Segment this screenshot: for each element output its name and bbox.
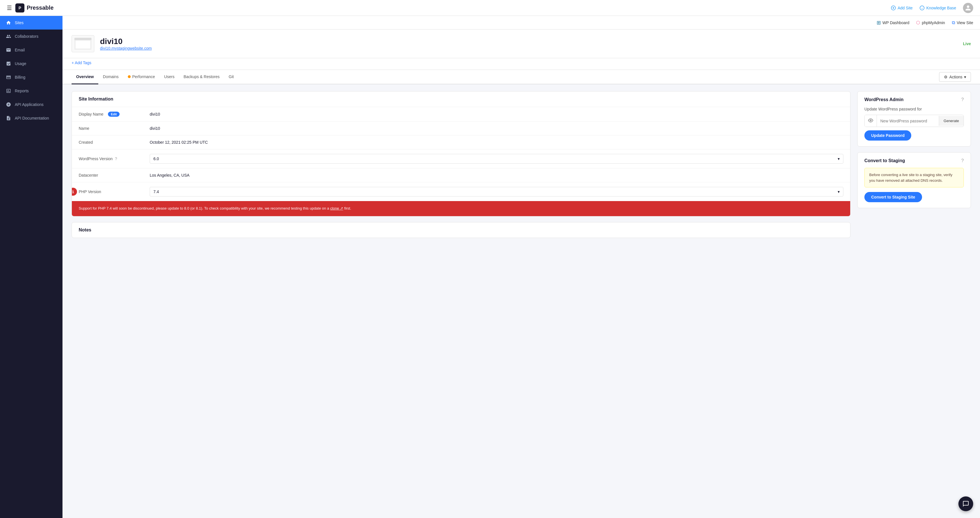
- site-info: divi10 divi10.mystagingwebsite.com: [100, 37, 957, 51]
- content-area: Site Information Display Name Edit divi1…: [62, 84, 980, 251]
- actions-button[interactable]: ⚙ Actions ▾: [939, 72, 971, 82]
- api-applications-icon: [6, 102, 11, 107]
- tags-bar: + Add Tags: [62, 58, 980, 70]
- password-toggle-button[interactable]: [865, 115, 877, 127]
- convert-staging-title: Convert to Staging: [864, 158, 905, 163]
- tab-users[interactable]: Users: [160, 70, 179, 84]
- gear-icon: ⚙: [944, 75, 948, 79]
- reports-icon: [6, 88, 11, 94]
- wordpress-admin-title: WordPress Admin: [864, 97, 904, 102]
- created-value: October 12, 2021 02:25 PM UTC: [143, 135, 850, 149]
- name-row: Name divi10: [72, 122, 850, 135]
- site-information-card: Site Information Display Name Edit divi1…: [72, 91, 851, 216]
- convert-staging-help-icon[interactable]: ?: [961, 158, 964, 163]
- edit-button[interactable]: Edit: [108, 111, 119, 117]
- wp-version-label: WordPress Version ?: [72, 149, 143, 168]
- sidebar-item-collaborators[interactable]: Collaborators: [0, 30, 62, 43]
- topbar-right: Add Site Knowledge Base: [891, 3, 973, 13]
- phpmyadmin-button[interactable]: ⬡ phpMyAdmin: [916, 20, 945, 25]
- php-version-label: PHP Version: [72, 182, 143, 201]
- wordpress-admin-card: WordPress Admin ? Update WordPress passw…: [857, 91, 971, 146]
- php-version-row: PHP Version 7.4 ▾: [72, 182, 850, 201]
- wp-version-value: 6.0 ▾: [143, 149, 850, 168]
- logo: P Pressable: [15, 3, 54, 13]
- site-information-title: Site Information: [72, 91, 850, 107]
- chevron-down-icon: ▾: [838, 189, 840, 194]
- wp-icon: ⊞: [877, 20, 881, 26]
- topbar-left: ☰ P Pressable: [7, 3, 54, 13]
- datacenter-value: Los Angeles, CA, USA: [143, 168, 850, 182]
- sidebar-item-email[interactable]: Email: [0, 43, 62, 57]
- site-status: Live: [963, 41, 971, 46]
- api-documentation-icon: [6, 115, 11, 121]
- add-tags-button[interactable]: + Add Tags: [72, 60, 971, 65]
- left-panel: Site Information Display Name Edit divi1…: [72, 91, 851, 244]
- convert-staging-header: Convert to Staging ?: [864, 158, 964, 163]
- tabs-actions: ⚙ Actions ▾: [939, 72, 971, 82]
- wp-dashboard-button[interactable]: ⊞ WP Dashboard: [877, 20, 910, 26]
- sidebar-item-billing[interactable]: Billing: [0, 70, 62, 84]
- site-thumbnail: [72, 35, 94, 52]
- sidebar-item-sites[interactable]: Sites: [0, 16, 62, 30]
- clone-link[interactable]: clone ↗: [330, 206, 343, 210]
- name-label: Name: [72, 122, 143, 135]
- wordpress-admin-help-icon[interactable]: ?: [961, 97, 964, 102]
- site-header: divi10 divi10.mystagingwebsite.com Live: [62, 30, 980, 58]
- tabs-bar: Overview Domains Performance Users Backu…: [62, 70, 980, 84]
- wp-version-select[interactable]: 6.0 ▾: [150, 154, 843, 164]
- notes-title: Notes: [79, 227, 843, 233]
- created-row: Created October 12, 2021 02:25 PM UTC: [72, 135, 850, 149]
- display-name-value: divi10: [143, 107, 850, 121]
- sites-icon: [6, 20, 11, 25]
- php-version-value: 7.4 ▾: [143, 182, 850, 201]
- main-content: ⊞ WP Dashboard ⬡ phpMyAdmin ⧉ View Site: [62, 16, 980, 518]
- sidebar-item-usage[interactable]: Usage: [0, 57, 62, 70]
- logo-icon: P: [15, 3, 24, 13]
- display-name-row: Display Name Edit divi10: [72, 107, 850, 122]
- update-password-button[interactable]: Update Password: [864, 130, 911, 141]
- logo-text: Pressable: [27, 5, 54, 11]
- add-site-button[interactable]: Add Site: [891, 5, 913, 11]
- svg-point-6: [870, 120, 872, 121]
- sidebar-item-reports[interactable]: Reports: [0, 84, 62, 98]
- tab-overview[interactable]: Overview: [72, 70, 98, 84]
- usage-icon: [6, 61, 11, 67]
- display-name-label: Display Name Edit: [72, 107, 143, 121]
- hamburger-icon[interactable]: ☰: [7, 5, 12, 11]
- generate-button[interactable]: Generate: [939, 116, 964, 126]
- knowledge-base-button[interactable]: Knowledge Base: [920, 5, 956, 11]
- datacenter-label: Datacenter: [72, 168, 143, 182]
- right-panel: WordPress Admin ? Update WordPress passw…: [857, 91, 971, 244]
- tab-backups[interactable]: Backups & Restores: [179, 70, 224, 84]
- phpmyadmin-icon: ⬡: [916, 20, 920, 25]
- convert-staging-card: Convert to Staging ? Before converting a…: [857, 152, 971, 208]
- sidebar-item-api-documentation[interactable]: API Documentation: [0, 111, 62, 125]
- tab-domains[interactable]: Domains: [98, 70, 123, 84]
- view-site-button[interactable]: ⧉ View Site: [952, 20, 973, 25]
- sidebar-item-api-applications[interactable]: API Applications: [0, 98, 62, 111]
- staging-warning: Before converting a live site to a stagi…: [864, 168, 964, 187]
- password-row: Generate: [864, 115, 964, 127]
- wordpress-admin-section: WordPress Admin ? Update WordPress passw…: [858, 91, 970, 146]
- email-icon: [6, 47, 11, 53]
- topbar: ☰ P Pressable Add Site Knowledge Base: [0, 0, 980, 16]
- notes-card: Notes: [72, 222, 851, 238]
- password-input[interactable]: [877, 116, 939, 126]
- secondary-bar: ⊞ WP Dashboard ⬡ phpMyAdmin ⧉ View Site: [62, 16, 980, 30]
- php-version-select[interactable]: 7.4 ▾: [150, 187, 843, 197]
- update-password-label: Update WordPress password for: [864, 107, 964, 111]
- convert-staging-section: Convert to Staging ? Before converting a…: [858, 153, 970, 208]
- tab-git[interactable]: Git: [224, 70, 238, 84]
- tab-performance[interactable]: Performance: [123, 70, 160, 84]
- collaborators-icon: [6, 33, 11, 39]
- php-version-row-wrapper: 1 PHP Version 7.4 ▾: [72, 182, 850, 201]
- wp-version-help-icon[interactable]: ?: [115, 156, 117, 161]
- datacenter-row: Datacenter Los Angeles, CA, USA: [72, 168, 850, 182]
- created-label: Created: [72, 135, 143, 149]
- chat-bubble-button[interactable]: [958, 496, 973, 511]
- layout: Sites Collaborators Email Usage Billing: [0, 16, 980, 518]
- billing-icon: [6, 75, 11, 80]
- site-url[interactable]: divi10.mystagingwebsite.com: [100, 46, 957, 51]
- convert-staging-button[interactable]: Convert to Staging Site: [864, 192, 922, 202]
- avatar[interactable]: [963, 3, 973, 13]
